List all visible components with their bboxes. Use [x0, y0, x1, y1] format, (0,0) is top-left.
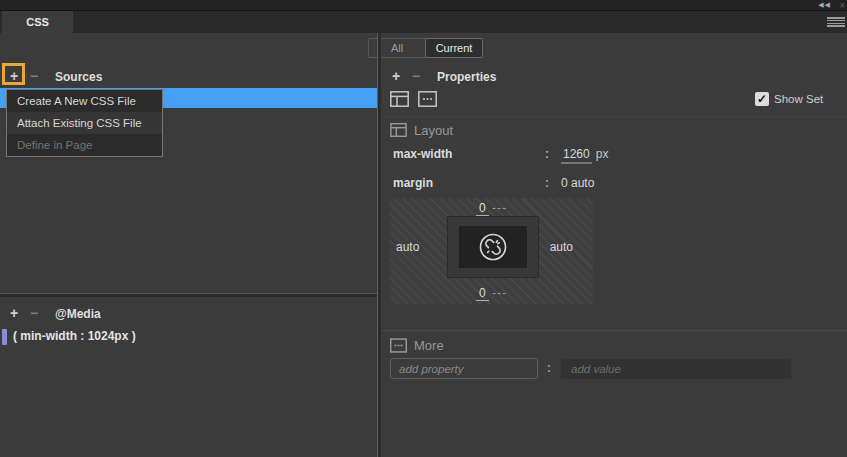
properties-header: + − Properties: [381, 68, 847, 90]
more-section-title: More: [414, 338, 444, 353]
broken-link-icon[interactable]: [476, 230, 510, 264]
sources-title: Sources: [55, 70, 102, 84]
media-marker-bar: [2, 329, 7, 345]
view-toggle-row: All Current: [0, 33, 847, 60]
sources-media-divider[interactable]: [0, 293, 377, 297]
margin-label: margin: [393, 176, 433, 190]
add-property-colon: :: [547, 361, 551, 375]
click-target-highlight: [2, 63, 25, 85]
layout-section-header[interactable]: Layout: [390, 122, 453, 138]
margin-element-inner: [459, 226, 527, 268]
panel-top-strip: ◀◀ ✕: [0, 0, 847, 11]
menu-item-attach-existing-css[interactable]: Attach Existing CSS File: [7, 112, 162, 134]
show-set-control[interactable]: ✓ Show Set: [755, 92, 823, 106]
margin-top-value[interactable]: 0 ---: [390, 201, 593, 215]
margin-colon: :: [545, 176, 549, 190]
properties-title: Properties: [437, 70, 496, 84]
panel-tab-bar: CSS Designer: [0, 11, 847, 33]
category-icon-row: [390, 91, 437, 107]
layout-grid-icon: [390, 123, 407, 137]
more-category-icon[interactable]: [418, 91, 437, 107]
margin-box-diagram: 0 --- auto auto 0 ---: [390, 198, 593, 304]
menu-item-create-new-css[interactable]: Create A New CSS File: [7, 90, 162, 112]
layout-more-divider: [381, 330, 847, 331]
add-source-menu: Create A New CSS File Attach Existing CS…: [6, 89, 163, 157]
sources-pane: + − Sources Create A New CSS File Attach…: [0, 60, 377, 457]
media-query-row[interactable]: ( min-width : 1024px ): [0, 328, 377, 347]
media-header: + − @Media: [0, 305, 377, 327]
max-width-label: max-width: [393, 147, 452, 161]
main-panes: + − Sources Create A New CSS File Attach…: [0, 60, 847, 457]
add-property-row: :: [390, 358, 840, 380]
margin-element-box: [447, 216, 539, 278]
max-width-value[interactable]: 1260px: [561, 147, 608, 161]
collapse-panel-icon[interactable]: ◀◀: [818, 1, 831, 9]
close-icon[interactable]: ✕: [839, 1, 847, 10]
sources-header: + − Sources: [0, 68, 377, 90]
layout-category-icon[interactable]: [390, 91, 409, 107]
add-property-input[interactable]: [390, 358, 538, 379]
more-dots-icon: [390, 338, 407, 353]
show-set-label: Show Set: [774, 93, 823, 105]
properties-pane: + − Properties ✓ Show Set: [381, 60, 847, 457]
margin-right-value[interactable]: auto: [550, 240, 573, 254]
panel-menu-icon[interactable]: [827, 17, 845, 28]
max-width-unit[interactable]: px: [596, 147, 609, 161]
margin-value[interactable]: 0 auto: [561, 176, 594, 190]
remove-source-icon[interactable]: −: [30, 68, 38, 84]
margin-row: margin : 0 auto: [393, 176, 833, 192]
header-separator: [381, 116, 847, 117]
menu-item-define-in-page: Define in Page: [7, 134, 162, 156]
max-width-row: max-width : 1260px: [393, 147, 833, 163]
media-query-label: ( min-width : 1024px ): [13, 329, 136, 343]
current-button[interactable]: Current: [425, 38, 483, 58]
layout-section-title: Layout: [414, 123, 453, 138]
show-set-checkbox[interactable]: ✓: [755, 92, 769, 106]
margin-bottom-value[interactable]: 0 ---: [390, 286, 593, 300]
add-media-icon[interactable]: +: [10, 305, 18, 321]
add-value-input[interactable]: [560, 358, 792, 380]
more-section-header[interactable]: More: [390, 337, 444, 353]
media-title: @Media: [55, 307, 101, 321]
margin-left-value[interactable]: auto: [396, 240, 419, 254]
max-width-colon: :: [545, 147, 549, 161]
remove-media-icon[interactable]: −: [30, 305, 38, 321]
remove-property-icon[interactable]: −: [412, 68, 420, 84]
add-property-icon[interactable]: +: [392, 68, 400, 84]
tab-css-designer[interactable]: CSS Designer: [2, 11, 73, 33]
